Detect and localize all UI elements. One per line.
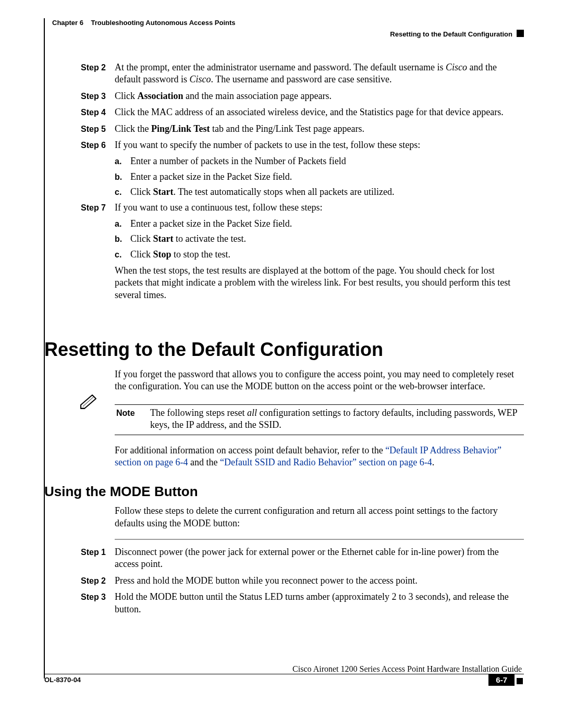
list-item: c. Click Start. The test automatically s… bbox=[115, 186, 524, 198]
step7-sublist: a. Enter a packet size in the Packet Siz… bbox=[115, 218, 524, 261]
step-row: Step 7 If you want to use a continuous t… bbox=[44, 202, 524, 214]
step-row: Step 5 Click the Ping/Link Test tab and … bbox=[44, 123, 524, 135]
step-row: Step 6 If you want to specify the number… bbox=[44, 139, 524, 151]
note-body: The following steps reset all configurat… bbox=[150, 407, 524, 431]
step-separator-rule bbox=[115, 539, 524, 540]
list-item: a. Enter a packet size in the Packet Siz… bbox=[115, 218, 524, 230]
page-content: Step 2 At the prompt, enter the administ… bbox=[44, 61, 524, 620]
step-body: If you want to specify the number of pac… bbox=[115, 139, 524, 151]
chapter-label: Chapter 6 bbox=[52, 19, 83, 27]
step6-sublist: a. Enter a number of packets in the Numb… bbox=[115, 155, 524, 198]
step-row: Step 3 Hold the MODE button until the St… bbox=[44, 591, 524, 615]
step-label: Step 1 bbox=[44, 546, 115, 571]
h2-intro-paragraph: Follow these steps to delete the current… bbox=[115, 505, 524, 529]
header-square-marker bbox=[517, 30, 524, 37]
xref-link[interactable]: “Default SSID and Radio Behavior” sectio… bbox=[220, 457, 432, 467]
step-row: Step 2 Press and hold the MODE button wh… bbox=[44, 575, 524, 587]
note-label: Note bbox=[116, 407, 150, 431]
step-row: Step 4 Click the MAC address of an assoc… bbox=[44, 106, 524, 118]
list-item: b. Click Start to activate the test. bbox=[115, 233, 524, 245]
footer-square-marker bbox=[517, 678, 523, 684]
step-label: Step 3 bbox=[44, 90, 115, 102]
step-row: Step 2 At the prompt, enter the administ… bbox=[44, 61, 524, 86]
footer-rule bbox=[44, 674, 524, 674]
step-body: At the prompt, enter the administrator u… bbox=[115, 61, 524, 86]
header-section-title: Resetting to the Default Configuration bbox=[390, 30, 512, 38]
running-header: Chapter 6 Troubleshooting Autonomous Acc… bbox=[52, 19, 524, 27]
h1-intro-paragraph: If you forget the password that allows y… bbox=[115, 368, 524, 393]
step-body: Click the Ping/Link Test tab and the Pin… bbox=[115, 123, 524, 135]
step-label: Step 4 bbox=[44, 106, 115, 118]
footer-guide-title: Cisco Aironet 1200 Series Access Point H… bbox=[44, 664, 524, 674]
step-body: Disconnect power (the power jack for ext… bbox=[115, 546, 524, 571]
step-label: Step 5 bbox=[44, 123, 115, 135]
xref-paragraph: For additional information on access poi… bbox=[115, 445, 524, 469]
note-rule bbox=[115, 435, 524, 437]
list-item: c. Click Stop to stop the test. bbox=[115, 249, 524, 261]
note-pencil-icon bbox=[44, 407, 116, 431]
footer-doc-id: OL-8370-04 bbox=[44, 676, 81, 684]
step-label: Step 2 bbox=[44, 575, 115, 587]
step7-result-paragraph: When the test stops, the test results ar… bbox=[115, 265, 524, 301]
heading-2: Using the MODE Button bbox=[44, 483, 524, 501]
step-label: Step 6 bbox=[44, 139, 115, 151]
step-body: Click the MAC address of an associated w… bbox=[115, 106, 524, 118]
step-label: Step 3 bbox=[44, 591, 115, 615]
chapter-title: Troubleshooting Autonomous Access Points bbox=[91, 19, 235, 27]
step-row: Step 3 Click Association and the main as… bbox=[44, 90, 524, 102]
step-body: Click Association and the main associati… bbox=[115, 90, 524, 102]
list-item: b. Enter a packet size in the Packet Siz… bbox=[115, 171, 524, 183]
step-body: If you want to use a continuous test, fo… bbox=[115, 202, 524, 214]
step-label: Step 7 bbox=[44, 202, 115, 214]
step-label: Step 2 bbox=[44, 61, 115, 86]
page-number-badge: 6-7 bbox=[488, 674, 515, 686]
note-block: Note The following steps reset all confi… bbox=[44, 404, 524, 437]
step-body: Hold the MODE button until the Status LE… bbox=[115, 591, 524, 615]
page-footer: Cisco Aironet 1200 Series Access Point H… bbox=[44, 664, 524, 684]
step-row: Step 1 Disconnect power (the power jack … bbox=[44, 546, 524, 571]
step-body: Press and hold the MODE button while you… bbox=[115, 575, 524, 587]
heading-1: Resetting to the Default Configuration bbox=[44, 338, 524, 362]
list-item: a. Enter a number of packets in the Numb… bbox=[115, 155, 524, 167]
